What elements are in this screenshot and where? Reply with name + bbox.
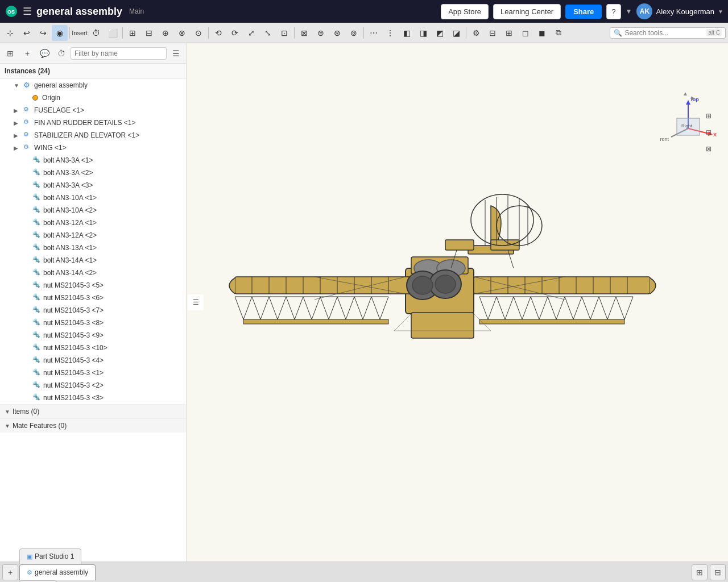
tool-18[interactable]: ◨: [415, 25, 431, 41]
orientation-cube[interactable]: Top X Front Right ▲ ▶ ⊞: [660, 89, 717, 157]
tree-item[interactable]: 🔩bolt AN3-3A <1>⋮: [0, 154, 186, 167]
view-control-3[interactable]: ⊠: [701, 141, 717, 157]
airplane-model: [201, 132, 667, 473]
asm-icon: ⚙: [23, 143, 32, 152]
tree-item[interactable]: 🔩bolt AN3-14A <2>⋮: [0, 267, 186, 279]
tree-item[interactable]: 🔩nut MS21045-3 <9>⋮: [0, 329, 186, 342]
bottom-right-btn-2[interactable]: ⊟: [710, 564, 726, 580]
svg-text:OS: OS: [7, 9, 15, 15]
tool-5[interactable]: ⊙: [191, 25, 206, 41]
tool-25[interactable]: ◼: [534, 25, 550, 41]
user-menu[interactable]: AK Alexy Kougerman ▼: [636, 3, 723, 19]
tree-item[interactable]: 🔩nut MS21045-3 <10>⋮: [0, 342, 186, 354]
viewport-tool-list[interactable]: ☰: [188, 294, 204, 310]
tree-item[interactable]: 🔩nut MS21045-3 <6>⋮: [0, 292, 186, 304]
view-control-1[interactable]: ⊞: [701, 108, 717, 124]
tree-item[interactable]: 🔩bolt AN3-10A <2>⋮: [0, 204, 186, 217]
tree-root[interactable]: ▼ ⚙ general assembly: [0, 79, 186, 92]
clock-tool[interactable]: ⏱: [88, 25, 104, 41]
tree-item[interactable]: 🔩nut MS21045-3 <7>⋮: [0, 304, 186, 317]
select-tool[interactable]: ⊹: [2, 25, 18, 41]
tree-item[interactable]: 🔩bolt AN3-12A <1>⋮: [0, 217, 186, 229]
tool-21[interactable]: ⚙: [468, 25, 484, 41]
tool-13[interactable]: ⊛: [329, 25, 345, 41]
svg-rect-18: [235, 277, 411, 294]
viewport[interactable]: Top X Front Right ▲ ▶ ⊞: [187, 43, 728, 562]
tree-item[interactable]: 🔩bolt AN3-10A <1>⋮: [0, 192, 186, 204]
learning-center-button[interactable]: Learning Center: [493, 4, 561, 19]
tree-item[interactable]: 🔩nut MS21045-3 <3>⋮: [0, 392, 186, 404]
part-icon: 🔩: [32, 356, 42, 365]
tool-11[interactable]: ⊠: [296, 25, 312, 41]
svg-marker-55: [599, 297, 616, 319]
onshape-logo[interactable]: OS: [5, 5, 18, 18]
tool-2[interactable]: ⊟: [141, 25, 157, 41]
tool-8[interactable]: ⤢: [243, 25, 259, 41]
insert-button[interactable]: Insert: [72, 25, 88, 41]
tool-19[interactable]: ◩: [432, 25, 448, 41]
tree-item[interactable]: ▶⚙FUSELAGE <1>⋮: [0, 104, 186, 117]
hamburger-menu[interactable]: ☰: [23, 5, 32, 18]
tree-item[interactable]: 🔩nut MS21045-3 <2>⋮: [0, 379, 186, 392]
panel-tool-clock[interactable]: ⏱: [53, 45, 69, 61]
tool-3[interactable]: ⊕: [158, 25, 173, 41]
tool-17[interactable]: ◧: [399, 25, 415, 41]
tool-20[interactable]: ◪: [448, 25, 464, 41]
active-tool[interactable]: ◉: [52, 25, 68, 41]
tool-26[interactable]: ⧉: [551, 25, 566, 41]
tree-origin[interactable]: Origin: [0, 92, 186, 104]
panel-tool-add[interactable]: +: [19, 45, 35, 61]
tree-item[interactable]: ▶⚙STABILIZER AND ELEVATOR <1>⋮: [0, 129, 186, 142]
tool-1[interactable]: ⊞: [125, 25, 140, 41]
bottom-right-btn-1[interactable]: ⊞: [692, 564, 708, 580]
svg-marker-56: [616, 297, 633, 319]
tool-10[interactable]: ⊡: [276, 25, 292, 41]
tree-item[interactable]: 🔩bolt AN3-3A <3>⋮: [0, 179, 186, 192]
redo-button[interactable]: ↪: [35, 25, 51, 41]
tab-label: Part Studio 1: [35, 552, 74, 560]
view-control-2[interactable]: ⊟: [701, 124, 717, 140]
tool-24[interactable]: ◻: [518, 25, 533, 41]
tab-button[interactable]: ⚙general assembly: [19, 564, 96, 580]
tool-23[interactable]: ⊞: [501, 25, 517, 41]
tool-14[interactable]: ⊚: [346, 25, 362, 41]
add-tab-button[interactable]: +: [2, 564, 18, 580]
panel-tool-list[interactable]: ⊞: [2, 45, 18, 61]
panel-tool-comment[interactable]: 💬: [36, 45, 52, 61]
help-button[interactable]: ?: [606, 4, 621, 19]
part-icon: 🔩: [32, 206, 42, 215]
tool-4[interactable]: ⊗: [174, 25, 190, 41]
tab-button[interactable]: ▣Part Studio 1: [19, 548, 81, 564]
tool-16[interactable]: ⋮: [382, 25, 398, 41]
tool-9[interactable]: ⤡: [260, 25, 276, 41]
tree-item[interactable]: 🔩nut MS21045-3 <8>⋮: [0, 317, 186, 329]
search-input[interactable]: [624, 29, 704, 37]
tab-button[interactable]: ▣SWII: [19, 580, 57, 583]
filter-input[interactable]: [71, 47, 167, 60]
tree-item[interactable]: 🔩bolt AN3-12A <2>⋮: [0, 229, 186, 242]
tree-item[interactable]: 🔩nut MS21045-3 <4>⋮: [0, 354, 186, 367]
tree-item[interactable]: 🔩bolt AN3-14A <1>⋮: [0, 254, 186, 267]
tree-item[interactable]: 🔩bolt AN3-13A <1>⋮: [0, 242, 186, 254]
item-label: bolt AN3-13A <1>: [43, 244, 172, 252]
tool-15[interactable]: ⋯: [366, 25, 382, 41]
undo-button[interactable]: ↩: [19, 25, 35, 41]
tree-item[interactable]: 🔩nut MS21045-3 <1>⋮: [0, 367, 186, 379]
list-view-button[interactable]: ☰: [168, 45, 184, 61]
mate-features-section-header[interactable]: ▼ Mate Features (0): [0, 418, 186, 433]
tree-item[interactable]: ▶⚙WING <1>⋮: [0, 142, 186, 154]
tool-6[interactable]: ⟲: [210, 25, 226, 41]
separator-1: [69, 27, 70, 39]
tree-item[interactable]: 🔩nut MS21045-3 <5>⋮: [0, 279, 186, 292]
tool-7[interactable]: ⟳: [227, 25, 243, 41]
share-button[interactable]: Share: [565, 5, 602, 19]
tree-item[interactable]: 🔩bolt AN3-3A <2>⋮: [0, 167, 186, 179]
app-store-button[interactable]: App Store: [441, 4, 489, 19]
tree-item[interactable]: ▶⚙FIN AND RUDDER DETAILS <1>⋮: [0, 117, 186, 129]
search-tools[interactable]: 🔍 alt C: [610, 27, 726, 39]
svg-marker-51: [531, 297, 548, 319]
tool-12[interactable]: ⊜: [313, 25, 329, 41]
box-tool[interactable]: ⬜: [105, 25, 121, 41]
items-section-header[interactable]: ▼ Items (0): [0, 404, 186, 418]
tool-22[interactable]: ⊟: [485, 25, 500, 41]
